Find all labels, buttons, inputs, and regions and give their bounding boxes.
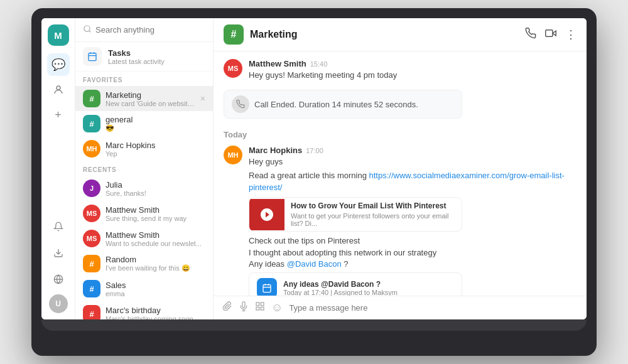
marc-msg-content: Marc Hopkins 17:00 Hey guys Read a great…: [249, 146, 577, 296]
svg-rect-18: [256, 302, 259, 306]
search-icon: [83, 24, 92, 35]
favorites-label: FAVORITES: [75, 72, 213, 86]
user-avatar-main[interactable]: M: [48, 24, 69, 46]
task-sub: Today at 17:40 | Assigned to Maksym: [283, 289, 398, 296]
call-ended-text: Call Ended. Duration 14 minutes 52 secon…: [254, 100, 418, 109]
svg-rect-20: [261, 307, 264, 310]
header-actions: ⋮: [525, 28, 577, 42]
messages-area: MS Matthew Smith 15:40 Hey guys! Marketi…: [214, 51, 587, 296]
nav-download-icon[interactable]: [47, 242, 70, 264]
matthew-sub-1: Sure thing, send it my way: [106, 215, 205, 222]
birthday-icon: #: [83, 305, 100, 319]
marc-sub-fav: Yep: [106, 150, 205, 158]
birthday-name: Marc's birthday: [106, 306, 205, 315]
close-marketing[interactable]: ×: [200, 94, 205, 104]
matthew-msg-content: Matthew Smith 15:40 Hey guys! Marketing …: [249, 59, 577, 81]
marc-sender: Marc Hopkins: [249, 146, 302, 155]
birthday-sub: Marc's birthday coming soon.: [106, 315, 205, 320]
channel-title: Marketing: [250, 29, 519, 40]
sidebar-item-matthew2[interactable]: MS Matthew Smith Want to schedule our ne…: [75, 226, 213, 251]
article-title: How to Grow Your Email List With Pintere…: [291, 201, 455, 211]
matthew-time: 15:40: [310, 60, 328, 68]
message-input[interactable]: [289, 303, 578, 313]
matthew-text: Hey guys! Marketing meeting 4 pm today: [249, 70, 577, 81]
marc-line4: I thought about adopting this network in…: [249, 247, 577, 259]
recents-label: RECENTS: [75, 161, 213, 176]
svg-point-0: [57, 86, 60, 90]
nav-globe-icon[interactable]: [47, 268, 70, 291]
random-sub: I've been waiting for this 😄: [106, 264, 205, 272]
attach-icon[interactable]: [222, 301, 232, 314]
article-subtitle: Want to get your Pinterest followers ont…: [291, 212, 455, 227]
more-icon[interactable]: ⋮: [565, 28, 577, 42]
task-title: Any ideas @David Bacon ?: [283, 280, 398, 289]
phone-icon[interactable]: [525, 28, 536, 42]
msg-matthew: MS Matthew Smith 15:40 Hey guys! Marketi…: [224, 59, 577, 81]
sidebar: Tasks Latest task activity FAVORITES # M…: [75, 18, 214, 319]
article-preview: How to Grow Your Email List With Pintere…: [249, 197, 462, 232]
article-thumb: [249, 199, 284, 230]
marc-avatar-fav: MH: [83, 140, 100, 158]
svg-rect-19: [261, 302, 264, 306]
general-icon: #: [83, 115, 100, 132]
sidebar-item-sales[interactable]: # Sales emma: [75, 276, 213, 301]
random-icon: #: [83, 255, 100, 272]
sidebar-user-avatar[interactable]: U: [49, 294, 68, 313]
nav-bell-icon[interactable]: [47, 215, 70, 238]
nav-contacts-icon[interactable]: [47, 78, 70, 101]
matthew-name-2: Matthew Smith: [106, 230, 205, 240]
matthew-avatar-2: MS: [83, 230, 100, 247]
emoji-icon[interactable]: ☺: [271, 301, 283, 314]
sidebar-item-random[interactable]: # Random I've been waiting for this 😄: [75, 251, 213, 276]
nav-chat-icon[interactable]: 💬: [47, 53, 70, 76]
channel-icon: #: [224, 24, 244, 45]
svg-point-4: [84, 26, 90, 31]
sales-sub: emma: [106, 290, 205, 297]
task-card-text: Any ideas @David Bacon ? Today at 17:40 …: [283, 280, 398, 296]
tasks-icon: [83, 47, 102, 66]
marketing-sub: New card 'Guide on website o...: [106, 100, 195, 107]
call-ended-box: Call Ended. Duration 14 minutes 52 secon…: [224, 90, 462, 119]
task-card-icon: [257, 278, 277, 296]
sidebar-item-marc-fav[interactable]: MH Marc Hopkins Yep: [75, 136, 213, 161]
chat-header: # Marketing ⋮: [214, 18, 587, 51]
task-card[interactable]: Any ideas @David Bacon ? Today at 17:40 …: [249, 272, 462, 296]
sidebar-item-julia[interactable]: J Julia Sure, thanks!: [75, 176, 213, 201]
article-info: How to Grow Your Email List With Pintere…: [284, 198, 462, 232]
article-link[interactable]: https://www.socialmediaexaminer.com/grow…: [249, 171, 565, 191]
marketing-icon: #: [83, 90, 100, 107]
call-ended-icon: [232, 95, 249, 113]
sidebar-item-marketing[interactable]: # Marketing New card 'Guide on website o…: [75, 86, 213, 111]
matthew-sender: Matthew Smith: [249, 59, 306, 68]
nav-add-icon[interactable]: +: [47, 104, 70, 126]
general-sub: 😎: [106, 124, 205, 132]
sales-name: Sales: [106, 281, 205, 290]
sidebar-item-general[interactable]: # general 😎: [75, 111, 213, 136]
svg-rect-12: [263, 285, 271, 292]
svg-marker-10: [553, 31, 556, 36]
marc-line1: Hey guys: [249, 156, 577, 168]
icon-bar: M 💬 + U: [41, 18, 75, 319]
message-input-bar: ☺: [214, 296, 587, 319]
msg-marc: MH Marc Hopkins 17:00 Hey guys Read a gr…: [224, 146, 577, 296]
main-chat: # Marketing ⋮: [214, 18, 587, 319]
video-icon[interactable]: [545, 28, 556, 42]
general-name: general: [106, 115, 205, 124]
random-name: Random: [106, 255, 205, 264]
matthew-avatar-1: MS: [83, 205, 100, 222]
search-input[interactable]: [95, 25, 205, 35]
sidebar-item-birthday[interactable]: # Marc's birthday Marc's birthday coming…: [75, 301, 213, 319]
mic-icon[interactable]: [239, 301, 249, 314]
julia-avatar: J: [83, 179, 100, 197]
svg-rect-6: [89, 53, 96, 61]
svg-line-5: [89, 31, 91, 33]
grid-icon[interactable]: [255, 301, 265, 314]
search-bar[interactable]: [75, 18, 213, 42]
matthew-sub-2: Want to schedule our newslet...: [106, 240, 205, 247]
tasks-subtitle: Latest task activity: [108, 58, 165, 65]
marc-line3: Check out the tips on Pinterest: [249, 235, 577, 247]
input-icons: ☺: [222, 301, 283, 314]
matthew-msg-avatar: MS: [224, 59, 242, 78]
sidebar-item-matthew1[interactable]: MS Matthew Smith Sure thing, send it my …: [75, 201, 213, 226]
tasks-row[interactable]: Tasks Latest task activity: [75, 42, 213, 72]
